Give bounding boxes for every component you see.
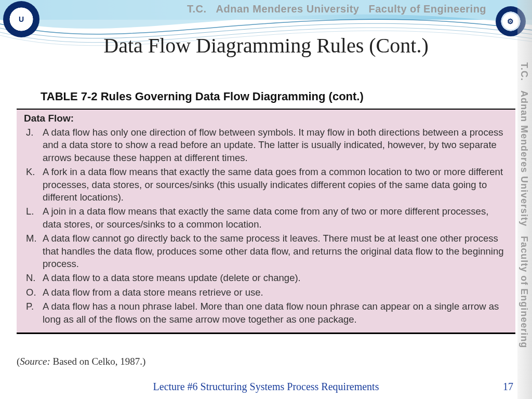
rule-letter: P. xyxy=(24,300,43,326)
rule-row: O.A data flow from a data store means re… xyxy=(24,286,508,299)
strip-university: Adnan Menderes University xyxy=(519,90,529,227)
rule-row: K.A fork in a data flow means that exact… xyxy=(24,166,508,204)
rule-row: M.A data flow cannot go directly back to… xyxy=(24,232,508,270)
rule-row: N.A data flow to a data store means upda… xyxy=(24,272,508,284)
strip-faculty: Faculty of Engineering xyxy=(519,236,529,348)
rule-text: A data flow has only one direction of fl… xyxy=(43,126,508,164)
page-number: 17 xyxy=(503,381,513,393)
right-strip-text: T.C. Adnan Menderes University Faculty o… xyxy=(518,62,529,348)
rule-letter: K. xyxy=(24,166,43,204)
rule-row: L.A join in a data flow means that exact… xyxy=(24,205,508,231)
banner-university: Adnan Menderes University xyxy=(216,3,360,15)
source-text: Based on Celko, 1987.) xyxy=(50,356,146,367)
source-attribution: (Source: Based on Celko, 1987.) xyxy=(17,356,145,367)
table-section-heading: Data Flow: xyxy=(24,113,508,124)
rule-letter: J. xyxy=(24,126,43,164)
logo-left-inner: U xyxy=(11,9,32,30)
rules-list: J.A data flow has only one direction of … xyxy=(24,126,508,326)
footer-lecture-title: Lecture #6 Structuring Systems Process R… xyxy=(0,381,532,393)
rule-text: A data flow from a data store means retr… xyxy=(43,286,508,299)
rule-text: A data flow has a noun phrase label. Mor… xyxy=(43,300,508,326)
table-caption: TABLE 7-2 Rules Governing Data Flow Diag… xyxy=(41,90,364,103)
strip-tc: T.C. xyxy=(519,62,529,81)
slide: T.C.Adnan Menderes UniversityFaculty of … xyxy=(0,0,532,399)
rule-text: A fork in a data flow means that exactly… xyxy=(43,166,508,204)
rules-table: Data Flow: J.A data flow has only one di… xyxy=(17,109,515,334)
rule-text: A data flow cannot go directly back to t… xyxy=(43,232,508,270)
rule-row: J.A data flow has only one direction of … xyxy=(24,126,508,164)
banner-faculty: Faculty of Engineering xyxy=(368,3,486,15)
rule-letter: O. xyxy=(24,286,43,299)
rule-row: P.A data flow has a noun phrase label. M… xyxy=(24,300,508,326)
right-watermark-strip: T.C. Adnan Menderes University Faculty o… xyxy=(517,0,532,399)
rule-text: A join in a data flow means that exactly… xyxy=(43,205,508,231)
banner-tc: T.C. xyxy=(187,3,207,15)
slide-title: Data Flow Diagramming Rules (Cont.) xyxy=(0,33,532,58)
rule-letter: N. xyxy=(24,272,43,284)
rule-letter: M. xyxy=(24,232,43,270)
rule-text: A data flow to a data store means update… xyxy=(43,272,508,284)
banner-text: T.C.Adnan Menderes UniversityFaculty of … xyxy=(187,3,486,15)
university-logo-left-icon: U xyxy=(3,1,39,37)
source-label: Source: xyxy=(20,356,50,367)
rule-letter: L. xyxy=(24,205,43,231)
logo-right-inner: ⚙ xyxy=(502,13,519,30)
